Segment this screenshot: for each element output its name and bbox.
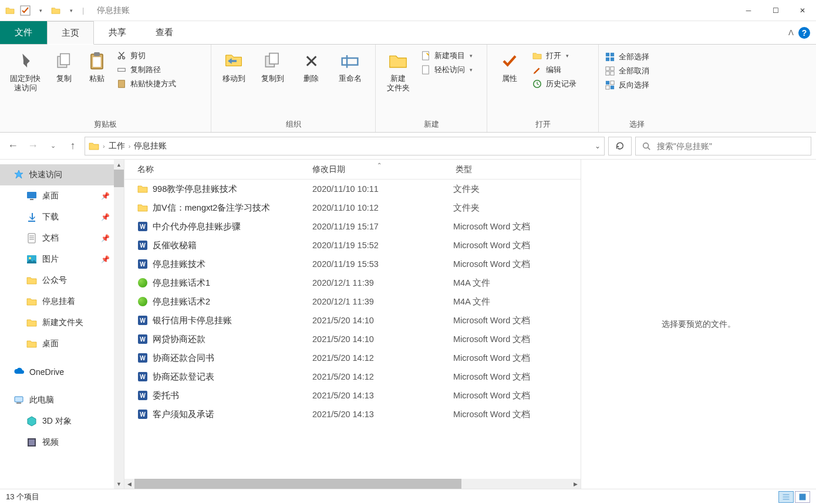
nav-quickaccess[interactable]: 快速访问 (0, 164, 124, 185)
nav-documents[interactable]: 文档📌 (0, 228, 124, 249)
moveto-button[interactable]: 移动到 (215, 47, 252, 87)
file-row[interactable]: 客户须知及承诺2021/5/20 14:13Microsoft Word 文档 (124, 405, 581, 424)
file-type: Microsoft Word 文档 (453, 315, 581, 326)
new-item-button[interactable]: 新建项目▾ (420, 50, 473, 61)
tab-share[interactable]: 共享 (94, 21, 141, 44)
recent-locations-button[interactable]: ⌄ (45, 138, 61, 154)
select-none-button[interactable]: 全部取消 (605, 66, 649, 76)
new-folder-button[interactable]: 新建 文件夹 (379, 47, 417, 97)
qat-folder-icon[interactable] (4, 4, 16, 17)
copypath-button[interactable]: 复制路径 (116, 65, 176, 75)
open-button[interactable]: 打开▾ (532, 50, 576, 61)
qat-current-folder-icon (49, 4, 62, 17)
delete-button[interactable]: ✕删除 (292, 47, 330, 87)
pin-to-quickaccess-button[interactable]: 固定到快 速访问 (4, 47, 47, 97)
scroll-right-icon[interactable]: ▶ (571, 479, 581, 489)
select-all-button[interactable]: 全部选择 (605, 52, 649, 62)
navpane-scrollbar[interactable]: ▲ ▼ (114, 160, 124, 489)
address-box[interactable]: › 工作 › 停息挂账 ⌄ (85, 137, 605, 155)
history-button[interactable]: 历史记录 (532, 79, 576, 89)
nav-folder-new[interactable]: 新建文件夹 (0, 312, 124, 333)
file-row[interactable]: 银行信用卡停息挂账2021/5/20 14:10Microsoft Word 文… (124, 311, 581, 330)
ribbon-collapse-icon[interactable]: ᐱ (788, 28, 794, 37)
file-row[interactable]: 停息挂账话术22020/12/1 11:39M4A 文件 (124, 292, 581, 311)
search-box[interactable] (635, 137, 811, 155)
file-row[interactable]: 协商还款登记表2021/5/20 14:12Microsoft Word 文档 (124, 367, 581, 386)
file-type: 文件夹 (453, 202, 581, 214)
file-name: 客户须知及承诺 (153, 409, 214, 420)
view-large-icons-button[interactable] (795, 491, 810, 503)
file-date: 2020/12/1 11:39 (312, 278, 453, 287)
file-row[interactable]: 反催收秘籍2020/11/19 15:52Microsoft Word 文档 (124, 236, 581, 255)
chevron-right-icon[interactable]: › (102, 143, 106, 150)
breadcrumb-item[interactable]: 工作 (109, 141, 125, 151)
cut-button[interactable]: 剪切 (116, 50, 176, 61)
scroll-up-icon[interactable]: ▲ (114, 160, 124, 170)
file-icon (137, 296, 148, 307)
nav-thispc[interactable]: 此电脑 (0, 390, 124, 411)
search-input[interactable] (657, 141, 805, 151)
file-row[interactable]: 网贷协商还款2021/5/20 14:10Microsoft Word 文档 (124, 330, 581, 349)
nav-onedrive[interactable]: OneDrive (0, 361, 124, 383)
address-dropdown-icon[interactable]: ⌄ (595, 142, 601, 150)
nav-folder-desktop2[interactable]: 桌面 (0, 333, 124, 354)
view-details-button[interactable] (778, 491, 794, 503)
qat-checkbox-icon[interactable] (19, 4, 32, 17)
scrollbar-thumb[interactable] (114, 170, 124, 187)
column-date[interactable]: 修改日期⌃ (312, 164, 453, 175)
scroll-left-icon[interactable]: ◀ (124, 479, 134, 489)
file-icon (137, 259, 148, 269)
close-button[interactable]: ✕ (789, 0, 816, 21)
up-button[interactable]: ↑ (65, 138, 81, 154)
file-type: M4A 文件 (453, 278, 581, 289)
file-row[interactable]: 998教学停息挂账技术2020/11/10 10:11文件夹 (124, 180, 581, 198)
nav-folder-gzh[interactable]: 公众号 (0, 270, 124, 291)
column-type[interactable]: 类型 (453, 164, 581, 175)
nav-3dobjects[interactable]: 3D 对象 (0, 411, 124, 432)
maximize-button[interactable]: ☐ (762, 0, 789, 21)
copyto-button[interactable]: 复制到 (254, 47, 291, 87)
easy-access-button[interactable]: 轻松访问▾ (420, 65, 473, 75)
pin-icon: 📌 (101, 192, 110, 200)
file-row[interactable]: 加V信：mengxt2备注学习技术2020/11/10 10:12文件夹 (124, 198, 581, 217)
file-icon (137, 334, 148, 344)
file-row[interactable]: 协商还款合同书2021/5/20 14:12Microsoft Word 文档 (124, 349, 581, 367)
tab-file[interactable]: 文件 (0, 21, 47, 44)
minimize-button[interactable]: ─ (735, 0, 762, 21)
tab-view[interactable]: 查看 (141, 21, 188, 44)
file-row[interactable]: 停息挂账话术12020/12/1 11:39M4A 文件 (124, 273, 581, 292)
svg-rect-38 (606, 67, 609, 70)
edit-button[interactable]: 编辑 (532, 65, 576, 75)
nav-folder-txgz[interactable]: 停息挂着 (0, 291, 124, 312)
nav-desktop[interactable]: 桌面📌 (0, 185, 124, 207)
file-icon (137, 353, 148, 363)
invert-selection-button[interactable]: 反向选择 (605, 80, 649, 90)
paste-shortcut-button[interactable]: 粘贴快捷方式 (116, 79, 176, 89)
help-icon[interactable]: ? (798, 27, 810, 39)
file-row[interactable]: 停息挂账技术2020/11/19 15:53Microsoft Word 文档 (124, 255, 581, 273)
properties-button[interactable]: 属性 (491, 47, 528, 87)
horizontal-scrollbar[interactable]: ◀ ▶ (124, 479, 581, 489)
qat-dropdown-icon[interactable]: ▾ (65, 4, 77, 17)
breadcrumb-item[interactable]: 停息挂账 (134, 141, 167, 151)
file-name: 协商还款登记表 (153, 371, 214, 383)
scrollbar-thumb[interactable] (134, 479, 461, 489)
qat-caret-icon[interactable]: ▾ (34, 4, 47, 17)
nav-downloads[interactable]: 下载📌 (0, 207, 124, 228)
back-button[interactable]: ← (5, 138, 21, 154)
nav-videos[interactable]: 视频 (0, 432, 124, 453)
file-row[interactable]: 委托书2021/5/20 14:13Microsoft Word 文档 (124, 386, 581, 405)
column-name[interactable]: 名称 (124, 164, 312, 175)
rename-button[interactable]: 重命名 (331, 47, 369, 87)
forward-button[interactable]: → (25, 138, 41, 154)
file-row[interactable]: 中介代办停息挂账步骤2020/11/19 15:17Microsoft Word… (124, 217, 581, 236)
file-name: 中介代办停息挂账步骤 (153, 221, 241, 232)
refresh-button[interactable] (608, 137, 632, 155)
tab-home[interactable]: 主页 (47, 21, 94, 45)
nav-pictures[interactable]: 图片📌 (0, 249, 124, 270)
scroll-down-icon[interactable]: ▼ (114, 479, 124, 489)
paste-button[interactable]: 粘贴 (81, 47, 113, 87)
file-name: 委托书 (153, 390, 179, 401)
copy-button[interactable]: 复制 (48, 47, 80, 87)
chevron-right-icon[interactable]: › (127, 143, 132, 150)
